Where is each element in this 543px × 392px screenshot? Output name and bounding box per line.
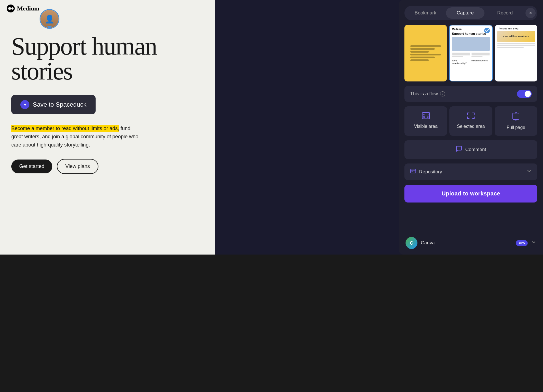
- thumb-lines: [410, 44, 441, 62]
- extension-panel: Bookmark Capture Record ×: [399, 0, 543, 255]
- thumb-line: [410, 59, 428, 61]
- thumb-image: [452, 37, 490, 51]
- svg-rect-8: [474, 117, 475, 119]
- full-page-button[interactable]: Full page: [495, 106, 537, 136]
- save-btn-label: Save to Spaceduck: [33, 101, 87, 108]
- svg-rect-4: [474, 113, 475, 115]
- svg-rect-11: [411, 171, 413, 172]
- repository-label: Repository: [419, 169, 442, 175]
- user-avatar-svg: C: [406, 237, 417, 249]
- visible-area-label: Visible area: [414, 124, 438, 129]
- thumb-title: Support human stories: [452, 32, 490, 36]
- check-icon: [485, 29, 489, 32]
- thumb-blog-title: The Medium Blog: [497, 27, 535, 30]
- comment-label: Comment: [465, 147, 486, 152]
- thumb-line: [497, 43, 535, 44]
- cta-buttons: Get started View plans: [11, 159, 204, 174]
- medium-headline: Support human stories: [11, 34, 204, 84]
- thumb-white-content: Medium Support human stories Why members…: [450, 25, 492, 81]
- svg-rect-9: [513, 113, 519, 119]
- flow-text: This is a flow: [410, 91, 438, 97]
- footer-chevron-icon[interactable]: [531, 240, 536, 246]
- thumb-line: [471, 54, 490, 55]
- svg-rect-6: [467, 117, 468, 119]
- avatar-face: 👤: [40, 10, 59, 28]
- thumb-line: [410, 51, 428, 53]
- thumb-line: [452, 53, 470, 54]
- flow-toggle[interactable]: [517, 90, 532, 98]
- user-info: C Canva: [406, 237, 435, 249]
- thumb-line: [471, 53, 490, 54]
- medium-logo: Medium: [7, 5, 39, 12]
- thumb-body: Why membership? Reward writers: [452, 52, 490, 64]
- why-membership-text: Why membership?: [452, 59, 470, 64]
- user-name: Canva: [421, 240, 435, 246]
- screenshot-thumb-3[interactable]: The Medium Blog One Million Members: [495, 25, 537, 81]
- reward-writers-text: Reward writers: [471, 59, 490, 62]
- panel-footer: C Canva Pro: [404, 237, 537, 249]
- view-plans-button[interactable]: View plans: [57, 159, 98, 174]
- get-started-button[interactable]: Get started: [11, 160, 52, 173]
- comment-button[interactable]: Comment: [404, 140, 537, 159]
- thumb-blog-content: The Medium Blog One Million Members: [495, 25, 537, 81]
- thumb-line: [497, 47, 524, 48]
- tab-record[interactable]: Record: [486, 7, 524, 19]
- repo-icon: [410, 168, 416, 176]
- selected-area-button[interactable]: Selected area: [449, 106, 492, 136]
- info-icon[interactable]: i: [440, 91, 445, 96]
- svg-rect-0: [422, 113, 430, 119]
- visible-area-svg: [422, 112, 430, 119]
- thumb-blog-image: One Million Members: [497, 31, 535, 42]
- user-avatar: C: [406, 237, 417, 249]
- tab-capture[interactable]: Capture: [446, 7, 485, 19]
- spaceduck-icon: ✦: [20, 100, 29, 109]
- repository-dropdown[interactable]: Repository: [404, 163, 537, 180]
- selected-area-label: Selected area: [457, 124, 485, 129]
- thumb-col-2: Reward writers: [471, 52, 490, 64]
- medium-header: Medium: [0, 0, 215, 17]
- flow-label: This is a flow i: [410, 91, 445, 97]
- repo-left: Repository: [410, 168, 442, 176]
- selected-area-icon: [467, 112, 475, 121]
- pro-badge: Pro: [516, 240, 528, 246]
- thumb-line: [471, 56, 482, 57]
- thumb-line: [410, 48, 435, 50]
- tab-bar: Bookmark Capture Record ×: [404, 6, 537, 20]
- chevron-down-icon: [527, 169, 532, 175]
- repo-svg: [410, 168, 416, 174]
- footer-right: Pro: [516, 240, 536, 246]
- thumb-yellow-content: [404, 25, 447, 81]
- comment-icon: [456, 145, 462, 154]
- medium-website: Medium 👤 Support human stories ✦ Save to…: [0, 0, 215, 255]
- svg-rect-2: [467, 113, 468, 115]
- full-page-label: Full page: [507, 125, 525, 130]
- medium-bottom-section: Why Reward writers: [0, 255, 543, 392]
- tab-bookmark[interactable]: Bookmark: [406, 7, 445, 19]
- chevron-svg: [527, 169, 532, 174]
- thumb-col-1: Why membership?: [452, 52, 470, 64]
- footer-chevron-svg: [531, 240, 536, 245]
- screenshot-thumb-1[interactable]: [404, 25, 447, 81]
- selected-area-svg: [467, 112, 475, 119]
- screenshot-thumb-2[interactable]: Medium Support human stories Why members…: [449, 25, 493, 81]
- avatar: 👤: [40, 9, 59, 29]
- visible-area-button[interactable]: Visible area: [404, 106, 447, 136]
- comment-svg: [456, 145, 462, 152]
- close-icon: ×: [529, 10, 532, 16]
- thumb-line: [452, 54, 470, 55]
- thumb-line: [497, 45, 535, 46]
- upload-to-workspace-button[interactable]: Upload to workspace: [404, 185, 537, 203]
- medium-subtext: Become a member to read without limits o…: [11, 124, 141, 149]
- capture-modes: Visible area Selected area: [404, 106, 537, 136]
- thumb-line: [410, 54, 441, 55]
- screenshots-row: Medium Support human stories Why members…: [404, 25, 537, 81]
- flow-row: This is a flow i: [404, 86, 537, 102]
- save-to-spaceduck-button[interactable]: ✦ Save to Spaceduck: [11, 95, 96, 114]
- medium-content: Support human stories ✦ Save to Spaceduc…: [0, 17, 215, 185]
- svg-rect-10: [411, 169, 416, 173]
- subtext-highlight: Become a member to read without limits o…: [11, 125, 119, 132]
- full-page-icon: [512, 112, 520, 122]
- thumb-line: [452, 56, 463, 57]
- medium-logo-text: Medium: [17, 5, 39, 12]
- close-button[interactable]: ×: [525, 8, 536, 18]
